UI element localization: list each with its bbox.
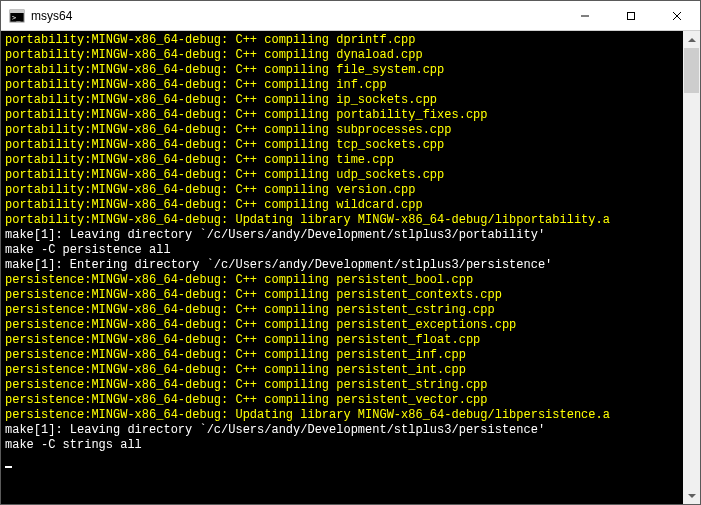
terminal-line: portability:MINGW-x86_64-debug: C++ comp… <box>5 183 679 198</box>
terminal-line: portability:MINGW-x86_64-debug: C++ comp… <box>5 138 679 153</box>
terminal-line: make[1]: Leaving directory `/c/Users/and… <box>5 228 679 243</box>
terminal-line: make -C persistence all <box>5 243 679 258</box>
terminal-line: make -C strings all <box>5 438 679 453</box>
terminal-line: persistence:MINGW-x86_64-debug: Updating… <box>5 408 679 423</box>
svg-rect-4 <box>628 12 635 19</box>
terminal-line: portability:MINGW-x86_64-debug: C++ comp… <box>5 108 679 123</box>
terminal-line: persistence:MINGW-x86_64-debug: C++ comp… <box>5 288 679 303</box>
scrollbar-thumb[interactable] <box>684 48 699 93</box>
terminal-line: persistence:MINGW-x86_64-debug: C++ comp… <box>5 303 679 318</box>
svg-text:>_: >_ <box>12 14 21 22</box>
terminal-line: portability:MINGW-x86_64-debug: C++ comp… <box>5 33 679 48</box>
terminal-line: portability:MINGW-x86_64-debug: C++ comp… <box>5 168 679 183</box>
vertical-scrollbar[interactable] <box>683 31 700 504</box>
scrollbar-track[interactable] <box>683 48 700 487</box>
app-icon: >_ <box>9 8 25 24</box>
terminal-line: portability:MINGW-x86_64-debug: Updating… <box>5 213 679 228</box>
client-area: portability:MINGW-x86_64-debug: C++ comp… <box>1 31 700 504</box>
terminal-line: persistence:MINGW-x86_64-debug: C++ comp… <box>5 348 679 363</box>
terminal-line: portability:MINGW-x86_64-debug: C++ comp… <box>5 78 679 93</box>
terminal-line: make[1]: Leaving directory `/c/Users/and… <box>5 423 679 438</box>
window-title: msys64 <box>31 9 562 23</box>
terminal-line: persistence:MINGW-x86_64-debug: C++ comp… <box>5 363 679 378</box>
chevron-up-icon <box>688 38 696 42</box>
terminal-line: portability:MINGW-x86_64-debug: C++ comp… <box>5 153 679 168</box>
terminal-line: portability:MINGW-x86_64-debug: C++ comp… <box>5 123 679 138</box>
scrollbar-up-button[interactable] <box>683 31 700 48</box>
terminal-line: portability:MINGW-x86_64-debug: C++ comp… <box>5 93 679 108</box>
terminal-line: portability:MINGW-x86_64-debug: C++ comp… <box>5 63 679 78</box>
window-controls <box>562 1 700 30</box>
close-button[interactable] <box>654 1 700 30</box>
titlebar[interactable]: >_ msys64 <box>1 1 700 31</box>
terminal-line: persistence:MINGW-x86_64-debug: C++ comp… <box>5 273 679 288</box>
app-window: >_ msys64 portability:MINGW-x86_64-debug… <box>0 0 701 505</box>
chevron-down-icon <box>688 494 696 498</box>
minimize-button[interactable] <box>562 1 608 30</box>
terminal-cursor-line <box>5 453 679 468</box>
svg-rect-1 <box>10 10 24 13</box>
scrollbar-down-button[interactable] <box>683 487 700 504</box>
terminal-output[interactable]: portability:MINGW-x86_64-debug: C++ comp… <box>1 31 683 504</box>
terminal-line: persistence:MINGW-x86_64-debug: C++ comp… <box>5 393 679 408</box>
terminal-line: portability:MINGW-x86_64-debug: C++ comp… <box>5 48 679 63</box>
terminal-line: portability:MINGW-x86_64-debug: C++ comp… <box>5 198 679 213</box>
maximize-button[interactable] <box>608 1 654 30</box>
terminal-line: persistence:MINGW-x86_64-debug: C++ comp… <box>5 378 679 393</box>
terminal-line: persistence:MINGW-x86_64-debug: C++ comp… <box>5 333 679 348</box>
cursor-icon <box>5 466 12 468</box>
terminal-line: persistence:MINGW-x86_64-debug: C++ comp… <box>5 318 679 333</box>
terminal-line: make[1]: Entering directory `/c/Users/an… <box>5 258 679 273</box>
